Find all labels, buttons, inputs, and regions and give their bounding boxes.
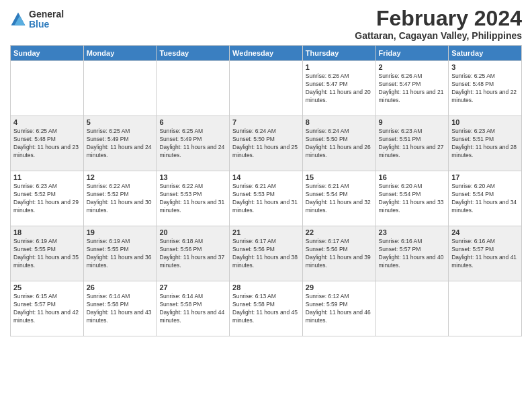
table-cell: 17Sunrise: 6:20 AMSunset: 5:54 PMDayligh… <box>449 171 522 226</box>
day-number: 18 <box>13 228 81 236</box>
day-number: 6 <box>159 118 226 126</box>
day-number: 22 <box>306 228 373 236</box>
day-info: Sunrise: 6:16 AMSunset: 5:57 PMDaylight:… <box>451 238 519 270</box>
calendar-row: 25Sunrise: 6:15 AMSunset: 5:57 PMDayligh… <box>11 281 522 336</box>
calendar-table: Sunday Monday Tuesday Wednesday Thursday… <box>10 45 522 336</box>
calendar-header-row: Sunday Monday Tuesday Wednesday Thursday… <box>11 46 522 61</box>
day-info: Sunrise: 6:22 AMSunset: 5:53 PMDaylight:… <box>159 183 226 215</box>
day-number: 1 <box>306 63 373 71</box>
day-info: Sunrise: 6:25 AMSunset: 5:48 PMDaylight:… <box>451 73 519 105</box>
subtitle: Gattaran, Cagayan Valley, Philippines <box>355 30 522 41</box>
header-tuesday: Tuesday <box>157 46 230 61</box>
main-title: February 2024 <box>355 7 522 30</box>
table-cell: 1Sunrise: 6:26 AMSunset: 5:47 PMDaylight… <box>302 61 375 116</box>
day-number: 10 <box>451 118 519 126</box>
table-cell: 9Sunrise: 6:23 AMSunset: 5:51 PMDaylight… <box>375 116 449 171</box>
day-number: 21 <box>232 228 300 236</box>
calendar-row: 18Sunrise: 6:19 AMSunset: 5:55 PMDayligh… <box>11 226 522 281</box>
day-number: 12 <box>87 173 154 181</box>
day-number: 24 <box>451 228 519 236</box>
table-cell: 29Sunrise: 6:12 AMSunset: 5:59 PMDayligh… <box>302 281 375 336</box>
table-cell: 13Sunrise: 6:22 AMSunset: 5:53 PMDayligh… <box>157 171 230 226</box>
day-info: Sunrise: 6:18 AMSunset: 5:56 PMDaylight:… <box>159 238 226 270</box>
day-info: Sunrise: 6:24 AMSunset: 5:50 PMDaylight:… <box>232 128 300 160</box>
table-cell: 8Sunrise: 6:24 AMSunset: 5:50 PMDaylight… <box>302 116 375 171</box>
table-cell: 24Sunrise: 6:16 AMSunset: 5:57 PMDayligh… <box>449 226 522 281</box>
table-cell: 16Sunrise: 6:20 AMSunset: 5:54 PMDayligh… <box>375 171 449 226</box>
day-number: 29 <box>306 283 373 291</box>
day-number: 13 <box>159 173 226 181</box>
day-info: Sunrise: 6:24 AMSunset: 5:50 PMDaylight:… <box>306 128 373 160</box>
day-info: Sunrise: 6:25 AMSunset: 5:48 PMDaylight:… <box>13 128 81 160</box>
table-cell: 4Sunrise: 6:25 AMSunset: 5:48 PMDaylight… <box>11 116 84 171</box>
header-friday: Friday <box>375 46 449 61</box>
day-number: 9 <box>379 118 446 126</box>
day-info: Sunrise: 6:26 AMSunset: 5:47 PMDaylight:… <box>379 73 446 105</box>
table-cell: 27Sunrise: 6:14 AMSunset: 5:58 PMDayligh… <box>157 281 230 336</box>
table-cell: 10Sunrise: 6:23 AMSunset: 5:51 PMDayligh… <box>449 116 522 171</box>
table-cell: 12Sunrise: 6:22 AMSunset: 5:52 PMDayligh… <box>83 171 157 226</box>
day-info: Sunrise: 6:15 AMSunset: 5:57 PMDaylight:… <box>13 293 81 325</box>
calendar-row: 1Sunrise: 6:26 AMSunset: 5:47 PMDaylight… <box>11 61 522 116</box>
table-cell <box>375 281 449 336</box>
table-cell <box>157 61 230 116</box>
day-info: Sunrise: 6:19 AMSunset: 5:55 PMDaylight:… <box>13 238 81 270</box>
day-number: 16 <box>379 173 446 181</box>
day-number: 11 <box>13 173 81 181</box>
table-cell: 11Sunrise: 6:23 AMSunset: 5:52 PMDayligh… <box>11 171 84 226</box>
title-area: February 2024 Gattaran, Cagayan Valley, … <box>355 7 522 41</box>
table-cell: 22Sunrise: 6:17 AMSunset: 5:56 PMDayligh… <box>302 226 375 281</box>
table-cell: 3Sunrise: 6:25 AMSunset: 5:48 PMDaylight… <box>449 61 522 116</box>
day-info: Sunrise: 6:25 AMSunset: 5:49 PMDaylight:… <box>159 128 226 160</box>
table-cell: 28Sunrise: 6:13 AMSunset: 5:58 PMDayligh… <box>230 281 303 336</box>
table-cell: 26Sunrise: 6:14 AMSunset: 5:58 PMDayligh… <box>83 281 157 336</box>
day-number: 7 <box>232 118 300 126</box>
day-number: 8 <box>306 118 373 126</box>
day-number: 19 <box>87 228 154 236</box>
table-cell: 25Sunrise: 6:15 AMSunset: 5:57 PMDayligh… <box>11 281 84 336</box>
day-info: Sunrise: 6:13 AMSunset: 5:58 PMDaylight:… <box>232 293 300 325</box>
day-number: 28 <box>232 283 300 291</box>
table-cell: 18Sunrise: 6:19 AMSunset: 5:55 PMDayligh… <box>11 226 84 281</box>
day-info: Sunrise: 6:25 AMSunset: 5:49 PMDaylight:… <box>87 128 154 160</box>
day-number: 5 <box>87 118 154 126</box>
day-info: Sunrise: 6:12 AMSunset: 5:59 PMDaylight:… <box>306 293 373 325</box>
day-info: Sunrise: 6:14 AMSunset: 5:58 PMDaylight:… <box>159 293 226 325</box>
header: General Blue February 2024 Gattaran, Cag… <box>10 7 522 41</box>
day-number: 4 <box>13 118 81 126</box>
table-cell: 23Sunrise: 6:16 AMSunset: 5:57 PMDayligh… <box>375 226 449 281</box>
day-info: Sunrise: 6:14 AMSunset: 5:58 PMDaylight:… <box>87 293 154 325</box>
day-number: 2 <box>379 63 446 71</box>
table-cell <box>230 61 303 116</box>
day-info: Sunrise: 6:20 AMSunset: 5:54 PMDaylight:… <box>451 183 519 215</box>
table-cell: 2Sunrise: 6:26 AMSunset: 5:47 PMDaylight… <box>375 61 449 116</box>
header-sunday: Sunday <box>11 46 84 61</box>
logo-general-text: General <box>29 9 64 19</box>
table-cell <box>83 61 157 116</box>
header-saturday: Saturday <box>449 46 522 61</box>
day-number: 3 <box>451 63 519 71</box>
day-number: 25 <box>13 283 81 291</box>
day-number: 20 <box>159 228 226 236</box>
day-info: Sunrise: 6:19 AMSunset: 5:55 PMDaylight:… <box>87 238 154 270</box>
day-info: Sunrise: 6:23 AMSunset: 5:51 PMDaylight:… <box>451 128 519 160</box>
day-info: Sunrise: 6:22 AMSunset: 5:52 PMDaylight:… <box>87 183 154 215</box>
day-info: Sunrise: 6:23 AMSunset: 5:52 PMDaylight:… <box>13 183 81 215</box>
table-cell: 5Sunrise: 6:25 AMSunset: 5:49 PMDaylight… <box>83 116 157 171</box>
table-cell: 6Sunrise: 6:25 AMSunset: 5:49 PMDaylight… <box>157 116 230 171</box>
table-cell: 21Sunrise: 6:17 AMSunset: 5:56 PMDayligh… <box>230 226 303 281</box>
table-cell: 19Sunrise: 6:19 AMSunset: 5:55 PMDayligh… <box>83 226 157 281</box>
day-info: Sunrise: 6:21 AMSunset: 5:54 PMDaylight:… <box>306 183 373 215</box>
header-thursday: Thursday <box>302 46 375 61</box>
day-info: Sunrise: 6:17 AMSunset: 5:56 PMDaylight:… <box>306 238 373 270</box>
table-cell: 7Sunrise: 6:24 AMSunset: 5:50 PMDaylight… <box>230 116 303 171</box>
header-monday: Monday <box>83 46 157 61</box>
logo-icon <box>10 11 26 28</box>
table-cell: 15Sunrise: 6:21 AMSunset: 5:54 PMDayligh… <box>302 171 375 226</box>
day-info: Sunrise: 6:16 AMSunset: 5:57 PMDaylight:… <box>379 238 446 270</box>
table-cell <box>449 281 522 336</box>
calendar-row: 4Sunrise: 6:25 AMSunset: 5:48 PMDaylight… <box>11 116 522 171</box>
table-cell: 20Sunrise: 6:18 AMSunset: 5:56 PMDayligh… <box>157 226 230 281</box>
logo-text: General Blue <box>29 9 64 30</box>
day-info: Sunrise: 6:21 AMSunset: 5:53 PMDaylight:… <box>232 183 300 215</box>
